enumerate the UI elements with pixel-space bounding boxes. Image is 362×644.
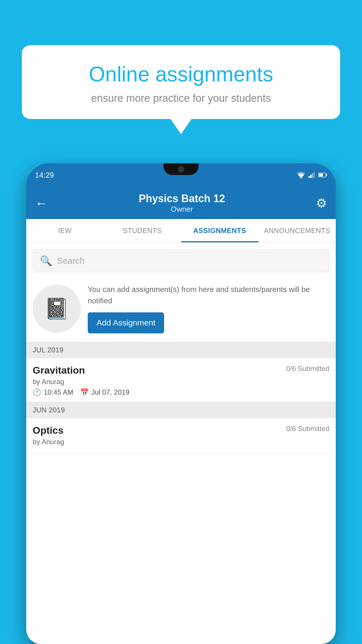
list-item[interactable]: Optics 0/6 Submitted by Anurag	[26, 418, 336, 454]
wifi-icon	[297, 172, 305, 178]
assignment-name: Optics	[33, 425, 64, 436]
list-item[interactable]: Gravitation 0/6 Submitted by Anurag 🕐 10…	[26, 358, 336, 402]
assignment-meta: 🕐 10:45 AM 📅 Jul 07, 2019	[33, 388, 329, 396]
section-header-jul: JUL 2019	[26, 342, 336, 358]
speech-bubble-subtitle: ensure more practice for your students	[42, 92, 320, 104]
assignment-icon-circle: 📓	[33, 285, 81, 333]
tab-announcements[interactable]: ANNOUNCEMENTS	[259, 219, 336, 242]
status-bar: 14:29	[26, 163, 336, 187]
add-assignment-prompt: 📓 You can add assignment(s) from here an…	[26, 277, 336, 342]
assignment-author: by Anurag	[33, 378, 329, 386]
clock-icon: 🕐	[33, 388, 41, 396]
battery-icon	[318, 173, 327, 177]
svg-rect-4	[314, 172, 315, 178]
search-bar[interactable]: 🔍 Search	[33, 249, 329, 272]
assignment-row1: Optics 0/6 Submitted	[33, 425, 329, 436]
tabs-container: IEW STUDENTS ASSIGNMENTS ANNOUNCEMENTS	[26, 219, 336, 243]
assignment-submitted: 0/6 Submitted	[286, 365, 329, 373]
tab-iew[interactable]: IEW	[26, 219, 104, 242]
header-title: Physics Batch 12	[139, 192, 225, 205]
notch	[164, 163, 198, 175]
svg-rect-7	[319, 174, 323, 176]
speech-bubble-title: Online assignments	[42, 63, 320, 86]
app-header: ← Physics Batch 12 Owner ⚙	[26, 187, 336, 219]
assignment-time: 10:45 AM	[44, 388, 73, 396]
back-button[interactable]: ←	[35, 196, 48, 211]
assignment-name: Gravitation	[33, 365, 85, 376]
assignment-submitted: 0/6 Submitted	[286, 425, 329, 433]
phone-frame: 14:29	[26, 163, 336, 644]
calendar-icon: 📅	[80, 388, 89, 396]
status-time: 14:29	[35, 171, 54, 180]
assignment-date: Jul 07, 2019	[91, 388, 129, 396]
notebook-icon: 📓	[44, 297, 69, 321]
meta-time: 🕐 10:45 AM	[33, 388, 73, 396]
meta-date: 📅 Jul 07, 2019	[80, 388, 129, 396]
assignment-info: You can add assignment(s) from here and …	[88, 284, 329, 333]
svg-rect-2	[310, 175, 312, 178]
header-subtitle: Owner	[139, 205, 225, 214]
assignment-row1: Gravitation 0/6 Submitted	[33, 365, 329, 376]
section-header-jun: JUN 2019	[26, 402, 336, 418]
tab-students[interactable]: STUDENTS	[104, 219, 181, 242]
svg-rect-3	[312, 173, 313, 178]
status-icons	[297, 172, 327, 178]
signal-icon	[308, 172, 315, 178]
header-center: Physics Batch 12 Owner	[139, 192, 225, 214]
svg-rect-6	[326, 174, 327, 176]
assignment-info-text: You can add assignment(s) from here and …	[88, 284, 329, 307]
tab-assignments[interactable]: ASSIGNMENTS	[181, 219, 259, 242]
settings-button[interactable]: ⚙	[316, 196, 327, 210]
search-placeholder: Search	[57, 256, 85, 266]
add-assignment-button[interactable]: Add Assignment	[88, 312, 164, 333]
assignment-author: by Anurag	[33, 438, 329, 446]
search-icon: 🔍	[40, 255, 52, 267]
svg-rect-1	[308, 176, 310, 178]
camera	[178, 166, 184, 172]
speech-bubble: Online assignments ensure more practice …	[22, 45, 340, 119]
screen-content: 🔍 Search 📓 You can add assignment(s) fro…	[26, 243, 336, 644]
